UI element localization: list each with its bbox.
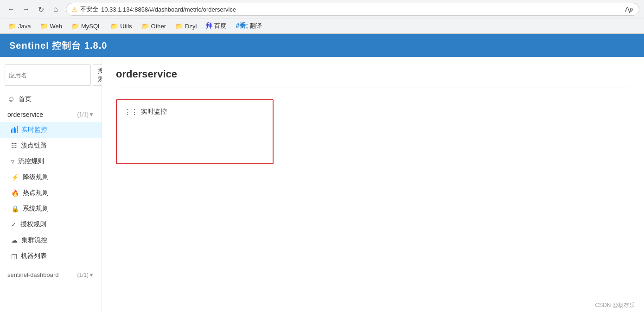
system-rules-icon: 🔒 [11,205,19,212]
folder-icon: 📁 [141,22,149,30]
home-icon: ☺ [7,95,15,103]
bookmark-fanyi[interactable]: #番; 翻译 [232,21,265,31]
security-warning-icon: ⚠ [72,6,77,13]
svg-rect-3 [15,128,16,133]
app-header: Sentinel 控制台 1.8.0 [0,34,644,57]
sidebar-service-orderservice[interactable]: orderservice (1/1)▼ [0,107,102,122]
nav-section-second: sentinel-dashboard (1/1)▼ [0,268,102,282]
bookmark-mysql[interactable]: 📁 MySQL [68,21,105,31]
bookmark-baidu[interactable]: 拜 百度 [202,21,230,31]
search-input[interactable] [5,64,91,86]
main-content: orderservice ⋮⋮ 实时监控 [102,57,644,313]
sidebar-item-cluster-flow[interactable]: ☁ 集群流控 [0,232,102,248]
cluster-link-icon: ☷ [11,142,17,149]
bookmark-baidu-label: 百度 [214,22,226,30]
sidebar-item-machine-list[interactable]: ◫ 机器列表 [0,248,102,264]
app-body: 搜索 ☺ 首页 orderservice (1/1)▼ 实时监控 ☷ [0,57,644,313]
monitor-card-title: ⋮⋮ 实时监控 [124,108,265,116]
sidebar-item-flow-rules[interactable]: ▿ 流控规则 [0,154,102,169]
sidebar: 搜索 ☺ 首页 orderservice (1/1)▼ 实时监控 ☷ [0,57,102,313]
system-rules-label: 系统规则 [23,205,49,213]
bookmark-fanyi-label: 翻译 [250,22,262,30]
security-warning-text: 不安全 [80,5,98,13]
bookmark-other-label: Other [151,23,166,30]
sidebar-item-cluster-link[interactable]: ☷ 簇点链路 [0,138,102,154]
forward-button[interactable]: → [19,3,32,16]
sidebar-item-hotspot-rules[interactable]: 🔥 热点规则 [0,185,102,201]
home-label: 首页 [19,95,32,103]
footer-watermark: CSDN @杨存乐 [595,301,635,309]
home-button[interactable]: ⌂ [49,3,62,16]
sidebar-item-system-rules[interactable]: 🔒 系统规则 [0,201,102,217]
bookmark-java-label: Java [18,23,31,30]
hotspot-rules-label: 热点规则 [23,189,49,197]
browser-chrome: ← → ↻ ⌂ ⚠ 不安全 10.33.1.134:8858/#/dashboa… [0,0,644,34]
sidebar-item-realtime-monitor[interactable]: 实时监控 [0,122,102,138]
service-badge: (1/1)▼ [77,111,94,118]
machine-list-label: 机器列表 [21,252,47,260]
monitor-card-icon: ⋮⋮ [124,108,138,116]
app-title: Sentinel 控制台 1.8.0 [9,39,107,52]
realtime-monitor-icon [11,126,18,134]
folder-icon: 📁 [8,22,16,30]
browser-toolbar: ← → ↻ ⌂ ⚠ 不安全 10.33.1.134:8858/#/dashboa… [0,0,644,19]
svg-rect-0 [11,129,12,133]
bookmark-dzyl[interactable]: 📁 Dzyl [172,21,200,31]
monitor-card: ⋮⋮ 实时监控 [116,99,274,164]
page-title: orderservice [116,68,630,80]
bookmark-web[interactable]: 📁 Web [36,21,66,31]
flow-rules-icon: ▿ [11,158,14,165]
fanyi-icon: #番; [236,22,248,30]
address-bar[interactable]: ⚠ 不安全 10.33.1.134:8858/#/dashboard/metri… [66,3,639,16]
content-divider [116,88,630,88]
folder-icon: 📁 [110,22,118,30]
bookmark-utils-label: Utils [120,23,132,30]
folder-icon: 📁 [175,22,183,30]
baidu-icon: 拜 [206,22,212,30]
sidebar-service-sentinel-dashboard[interactable]: sentinel-dashboard (1/1)▼ [0,268,102,282]
degrade-rules-icon: ⚡ [11,173,19,181]
cluster-flow-label: 集群流控 [21,236,47,244]
bookmark-dzyl-label: Dzyl [185,23,197,30]
back-button[interactable]: ← [5,3,18,16]
cluster-link-label: 簇点链路 [21,141,47,150]
sidebar-item-auth-rules[interactable]: ✓ 授权规则 [0,217,102,232]
monitor-card-label: 实时监控 [141,108,167,116]
bookmark-utils[interactable]: 📁 Utils [107,21,135,31]
service2-name: sentinel-dashboard [7,271,59,278]
folder-icon: 📁 [40,22,48,30]
folder-icon: 📁 [71,22,79,30]
refresh-button[interactable]: ↻ [34,3,47,16]
app-container: Sentinel 控制台 1.8.0 搜索 ☺ 首页 orderservice … [0,34,644,313]
degrade-rules-label: 降级规则 [23,173,49,181]
service-name: orderservice [7,111,43,118]
svg-rect-1 [13,128,13,133]
bookmark-other[interactable]: 📁 Other [138,21,170,31]
nav-buttons: ← → ↻ ⌂ [5,3,62,16]
search-area: 搜索 [0,62,102,89]
bookmark-web-label: Web [50,23,62,30]
auth-rules-label: 授权规则 [20,220,46,229]
sidebar-item-degrade-rules[interactable]: ⚡ 降级规则 [0,169,102,185]
bookmark-java[interactable]: 📁 Java [5,21,34,31]
svg-rect-4 [17,126,18,133]
service2-badge: (1/1)▼ [77,272,94,278]
hotspot-rules-icon: 🔥 [11,189,19,197]
flow-rules-label: 流控规则 [18,157,44,166]
address-text: 10.33.1.134:8858/#/dashboard/metric/orde… [101,6,236,13]
auth-rules-icon: ✓ [11,221,17,228]
svg-rect-2 [14,127,15,133]
realtime-monitor-label: 实时监控 [21,126,47,134]
nav-home-item[interactable]: ☺ 首页 [0,91,102,107]
bookmarks-bar: 📁 Java 📁 Web 📁 MySQL 📁 Utils 📁 Other 📁 D… [0,19,644,33]
cluster-flow-icon: ☁ [11,237,18,244]
reader-icon[interactable]: A𝒑 [625,5,633,13]
bookmark-mysql-label: MySQL [81,23,101,30]
machine-list-icon: ◫ [11,252,17,260]
